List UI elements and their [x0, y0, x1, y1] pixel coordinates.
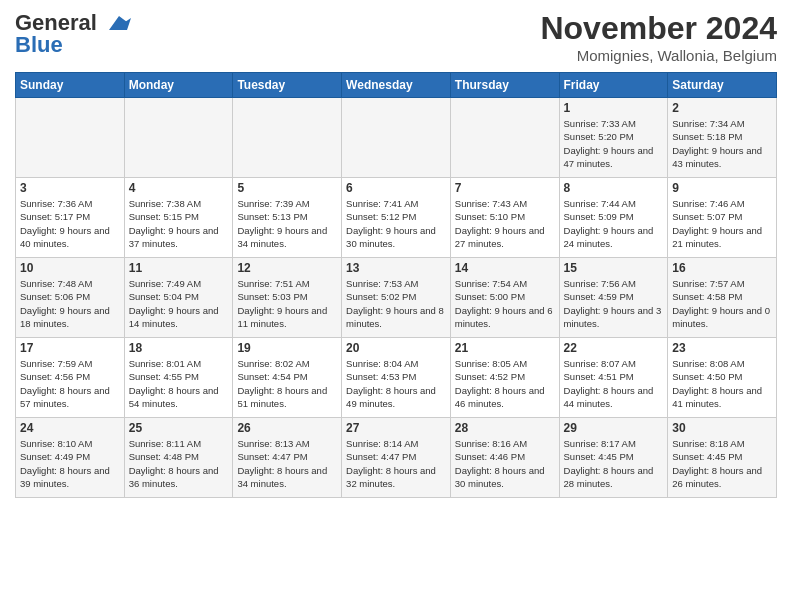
table-row: 22Sunrise: 8:07 AM Sunset: 4:51 PM Dayli…	[559, 338, 668, 418]
table-row: 15Sunrise: 7:56 AM Sunset: 4:59 PM Dayli…	[559, 258, 668, 338]
col-tuesday: Tuesday	[233, 73, 342, 98]
day-number: 6	[346, 181, 446, 195]
table-row: 7Sunrise: 7:43 AM Sunset: 5:10 PM Daylig…	[450, 178, 559, 258]
day-number: 20	[346, 341, 446, 355]
day-number: 28	[455, 421, 555, 435]
day-info: Sunrise: 7:54 AM Sunset: 5:00 PM Dayligh…	[455, 277, 555, 330]
day-info: Sunrise: 7:41 AM Sunset: 5:12 PM Dayligh…	[346, 197, 446, 250]
col-friday: Friday	[559, 73, 668, 98]
table-row	[124, 98, 233, 178]
day-info: Sunrise: 8:10 AM Sunset: 4:49 PM Dayligh…	[20, 437, 120, 490]
table-row: 26Sunrise: 8:13 AM Sunset: 4:47 PM Dayli…	[233, 418, 342, 498]
day-info: Sunrise: 8:13 AM Sunset: 4:47 PM Dayligh…	[237, 437, 337, 490]
table-row: 10Sunrise: 7:48 AM Sunset: 5:06 PM Dayli…	[16, 258, 125, 338]
day-number: 3	[20, 181, 120, 195]
day-number: 1	[564, 101, 664, 115]
table-row: 3Sunrise: 7:36 AM Sunset: 5:17 PM Daylig…	[16, 178, 125, 258]
week-row-0: 1Sunrise: 7:33 AM Sunset: 5:20 PM Daylig…	[16, 98, 777, 178]
table-row: 13Sunrise: 7:53 AM Sunset: 5:02 PM Dayli…	[342, 258, 451, 338]
day-number: 12	[237, 261, 337, 275]
day-info: Sunrise: 7:48 AM Sunset: 5:06 PM Dayligh…	[20, 277, 120, 330]
table-row	[233, 98, 342, 178]
day-info: Sunrise: 7:46 AM Sunset: 5:07 PM Dayligh…	[672, 197, 772, 250]
col-thursday: Thursday	[450, 73, 559, 98]
table-row: 24Sunrise: 8:10 AM Sunset: 4:49 PM Dayli…	[16, 418, 125, 498]
day-number: 4	[129, 181, 229, 195]
day-info: Sunrise: 7:34 AM Sunset: 5:18 PM Dayligh…	[672, 117, 772, 170]
day-info: Sunrise: 8:01 AM Sunset: 4:55 PM Dayligh…	[129, 357, 229, 410]
table-row	[342, 98, 451, 178]
day-number: 9	[672, 181, 772, 195]
day-number: 26	[237, 421, 337, 435]
col-sunday: Sunday	[16, 73, 125, 98]
day-info: Sunrise: 8:16 AM Sunset: 4:46 PM Dayligh…	[455, 437, 555, 490]
table-row: 2Sunrise: 7:34 AM Sunset: 5:18 PM Daylig…	[668, 98, 777, 178]
day-info: Sunrise: 7:44 AM Sunset: 5:09 PM Dayligh…	[564, 197, 664, 250]
table-row: 27Sunrise: 8:14 AM Sunset: 4:47 PM Dayli…	[342, 418, 451, 498]
day-number: 15	[564, 261, 664, 275]
day-info: Sunrise: 7:56 AM Sunset: 4:59 PM Dayligh…	[564, 277, 664, 330]
day-info: Sunrise: 7:36 AM Sunset: 5:17 PM Dayligh…	[20, 197, 120, 250]
header-row: Sunday Monday Tuesday Wednesday Thursday…	[16, 73, 777, 98]
table-row: 17Sunrise: 7:59 AM Sunset: 4:56 PM Dayli…	[16, 338, 125, 418]
col-monday: Monday	[124, 73, 233, 98]
day-info: Sunrise: 7:38 AM Sunset: 5:15 PM Dayligh…	[129, 197, 229, 250]
table-row: 8Sunrise: 7:44 AM Sunset: 5:09 PM Daylig…	[559, 178, 668, 258]
month-title: November 2024	[540, 10, 777, 47]
week-row-3: 17Sunrise: 7:59 AM Sunset: 4:56 PM Dayli…	[16, 338, 777, 418]
week-row-4: 24Sunrise: 8:10 AM Sunset: 4:49 PM Dayli…	[16, 418, 777, 498]
day-info: Sunrise: 7:43 AM Sunset: 5:10 PM Dayligh…	[455, 197, 555, 250]
table-row: 16Sunrise: 7:57 AM Sunset: 4:58 PM Dayli…	[668, 258, 777, 338]
day-info: Sunrise: 8:11 AM Sunset: 4:48 PM Dayligh…	[129, 437, 229, 490]
day-number: 22	[564, 341, 664, 355]
day-info: Sunrise: 8:02 AM Sunset: 4:54 PM Dayligh…	[237, 357, 337, 410]
table-row: 29Sunrise: 8:17 AM Sunset: 4:45 PM Dayli…	[559, 418, 668, 498]
day-number: 27	[346, 421, 446, 435]
table-row	[450, 98, 559, 178]
day-info: Sunrise: 8:18 AM Sunset: 4:45 PM Dayligh…	[672, 437, 772, 490]
day-info: Sunrise: 7:33 AM Sunset: 5:20 PM Dayligh…	[564, 117, 664, 170]
day-number: 2	[672, 101, 772, 115]
table-row: 23Sunrise: 8:08 AM Sunset: 4:50 PM Dayli…	[668, 338, 777, 418]
day-info: Sunrise: 7:53 AM Sunset: 5:02 PM Dayligh…	[346, 277, 446, 330]
day-number: 24	[20, 421, 120, 435]
day-number: 29	[564, 421, 664, 435]
table-row: 30Sunrise: 8:18 AM Sunset: 4:45 PM Dayli…	[668, 418, 777, 498]
calendar-table: Sunday Monday Tuesday Wednesday Thursday…	[15, 72, 777, 498]
location: Momignies, Wallonia, Belgium	[540, 47, 777, 64]
day-info: Sunrise: 7:39 AM Sunset: 5:13 PM Dayligh…	[237, 197, 337, 250]
day-number: 21	[455, 341, 555, 355]
table-row	[16, 98, 125, 178]
table-row: 21Sunrise: 8:05 AM Sunset: 4:52 PM Dayli…	[450, 338, 559, 418]
day-number: 17	[20, 341, 120, 355]
table-row: 18Sunrise: 8:01 AM Sunset: 4:55 PM Dayli…	[124, 338, 233, 418]
table-row: 25Sunrise: 8:11 AM Sunset: 4:48 PM Dayli…	[124, 418, 233, 498]
day-info: Sunrise: 7:49 AM Sunset: 5:04 PM Dayligh…	[129, 277, 229, 330]
day-number: 5	[237, 181, 337, 195]
header: General Blue November 2024 Momignies, Wa…	[15, 10, 777, 64]
day-number: 23	[672, 341, 772, 355]
day-number: 13	[346, 261, 446, 275]
page: General Blue November 2024 Momignies, Wa…	[0, 0, 792, 508]
day-info: Sunrise: 7:59 AM Sunset: 4:56 PM Dayligh…	[20, 357, 120, 410]
svg-marker-0	[109, 16, 131, 30]
day-number: 10	[20, 261, 120, 275]
day-info: Sunrise: 8:14 AM Sunset: 4:47 PM Dayligh…	[346, 437, 446, 490]
table-row: 4Sunrise: 7:38 AM Sunset: 5:15 PM Daylig…	[124, 178, 233, 258]
day-number: 30	[672, 421, 772, 435]
day-info: Sunrise: 8:08 AM Sunset: 4:50 PM Dayligh…	[672, 357, 772, 410]
day-number: 11	[129, 261, 229, 275]
col-wednesday: Wednesday	[342, 73, 451, 98]
day-info: Sunrise: 8:04 AM Sunset: 4:53 PM Dayligh…	[346, 357, 446, 410]
day-info: Sunrise: 7:57 AM Sunset: 4:58 PM Dayligh…	[672, 277, 772, 330]
day-info: Sunrise: 8:07 AM Sunset: 4:51 PM Dayligh…	[564, 357, 664, 410]
logo: General Blue	[15, 10, 131, 58]
day-info: Sunrise: 8:05 AM Sunset: 4:52 PM Dayligh…	[455, 357, 555, 410]
day-number: 19	[237, 341, 337, 355]
table-row: 1Sunrise: 7:33 AM Sunset: 5:20 PM Daylig…	[559, 98, 668, 178]
day-info: Sunrise: 7:51 AM Sunset: 5:03 PM Dayligh…	[237, 277, 337, 330]
table-row: 14Sunrise: 7:54 AM Sunset: 5:00 PM Dayli…	[450, 258, 559, 338]
logo-bird-icon	[99, 12, 131, 34]
day-number: 25	[129, 421, 229, 435]
week-row-2: 10Sunrise: 7:48 AM Sunset: 5:06 PM Dayli…	[16, 258, 777, 338]
